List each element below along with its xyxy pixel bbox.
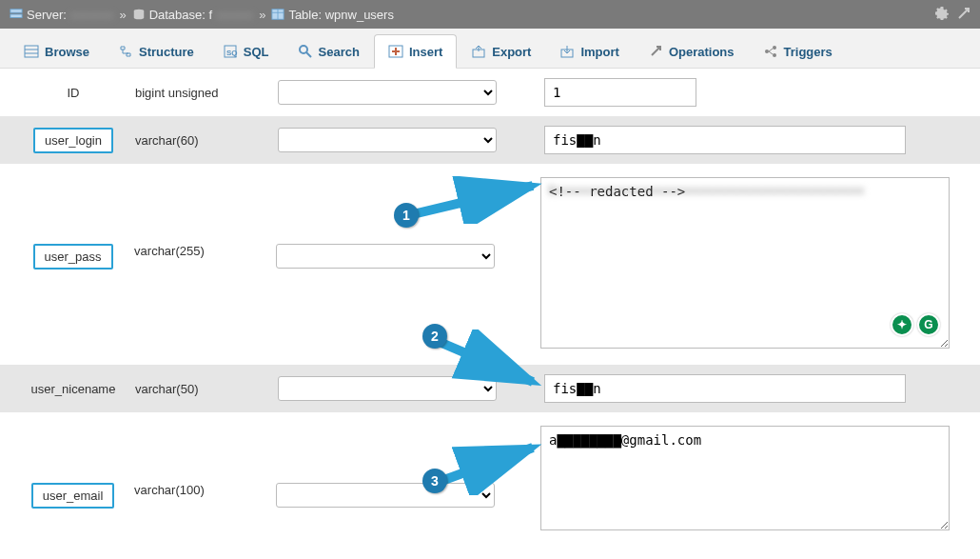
field-type-id: bigint unsigned	[135, 86, 278, 100]
breadcrumb: Server: xxxxxxx » Database: f xxxxxx » T…	[0, 0, 980, 29]
field-label-user-login: user_login	[33, 128, 113, 153]
field-type-user-login: varchar(60)	[135, 133, 278, 148]
svg-rect-0	[10, 10, 22, 13]
tab-search[interactable]: Search	[284, 34, 374, 68]
gear-icon[interactable]	[934, 6, 950, 21]
tab-export-label: Export	[492, 45, 531, 59]
field-type-user-nicename: varchar(50)	[135, 382, 278, 396]
breadcrumb-separator: »	[259, 8, 265, 22]
row-id: ID bigint unsigned	[0, 69, 980, 116]
redacted-hash: $xxxxxxxxxxxxxxxxxxxxxxxxxxxxxxxxxxxxxxx…	[548, 183, 935, 197]
field-label-user-pass: user_pass	[33, 244, 113, 270]
tab-structure[interactable]: Structure	[104, 34, 208, 68]
field-type-user-email: varchar(100)	[134, 426, 276, 497]
function-select-user-email[interactable]	[276, 483, 495, 508]
tab-bar: Browse Structure SQL SQL Search Insert E…	[0, 29, 980, 69]
server-icon	[10, 8, 23, 21]
sql-icon: SQL	[223, 44, 238, 59]
value-textarea-user-pass[interactable]: <!-- redacted -->	[540, 177, 950, 349]
function-select-user-login[interactable]	[278, 128, 497, 152]
row-user-email: user_email varchar(100)	[0, 412, 980, 547]
grammarly-widget: ✦ G	[891, 313, 940, 336]
tab-insert-label: Insert	[409, 45, 442, 59]
svg-point-18	[765, 50, 769, 53]
value-input-id[interactable]	[544, 78, 696, 107]
tab-browse-label: Browse	[45, 45, 89, 59]
field-type-user-pass: varchar(255)	[134, 177, 276, 258]
field-label-id: ID	[68, 86, 80, 100]
svg-point-11	[300, 46, 307, 53]
insert-form: ID bigint unsigned user_login varchar(60…	[0, 69, 980, 547]
svg-point-20	[773, 53, 776, 57]
svg-line-12	[306, 52, 311, 57]
search-icon	[298, 44, 313, 59]
field-label-user-nicename: user_nicename	[31, 382, 116, 396]
browse-icon	[24, 44, 39, 59]
import-icon	[559, 44, 575, 59]
grammarly-icon[interactable]: G	[917, 313, 940, 336]
export-icon	[471, 44, 486, 59]
row-user-nicename: user_nicename varchar(50)	[0, 365, 980, 412]
breadcrumb-server-label: Server:	[27, 8, 67, 22]
tab-browse[interactable]: Browse	[10, 34, 104, 68]
breadcrumb-server-value: xxxxxxx	[70, 8, 114, 22]
function-select-user-pass[interactable]	[276, 244, 495, 269]
function-select-id[interactable]	[278, 80, 497, 105]
breadcrumb-separator: »	[119, 8, 126, 22]
table-icon	[271, 8, 284, 21]
tab-operations-label: Operations	[669, 45, 735, 59]
row-user-login: user_login varchar(60)	[0, 116, 980, 164]
database-icon	[132, 8, 146, 21]
tab-export[interactable]: Export	[457, 34, 545, 68]
tab-structure-label: Structure	[139, 45, 194, 59]
exit-icon[interactable]	[957, 7, 970, 20]
tab-operations[interactable]: Operations	[634, 34, 749, 68]
value-textarea-user-email[interactable]	[540, 426, 950, 530]
svg-rect-1	[10, 14, 22, 18]
triggers-icon	[763, 44, 778, 59]
tab-import-label: Import	[580, 45, 618, 59]
tab-triggers-label: Triggers	[784, 45, 833, 59]
tab-sql-label: SQL	[244, 45, 269, 59]
grammarly-icon[interactable]: ✦	[891, 313, 913, 336]
tab-insert[interactable]: Insert	[374, 34, 457, 69]
operations-icon	[648, 44, 663, 59]
tab-sql[interactable]: SQL SQL	[208, 34, 284, 68]
insert-icon	[388, 44, 403, 59]
value-input-user-login[interactable]	[544, 126, 906, 154]
svg-rect-6	[25, 46, 38, 57]
breadcrumb-database-label[interactable]: Database: f	[149, 8, 213, 22]
structure-icon	[118, 44, 133, 59]
svg-point-19	[773, 46, 776, 50]
row-user-pass: user_pass varchar(255) <!-- redacted -->…	[0, 164, 980, 365]
tab-import[interactable]: Import	[545, 34, 633, 68]
field-label-user-email: user_email	[31, 483, 115, 509]
svg-text:SQL: SQL	[226, 49, 238, 57]
tab-triggers[interactable]: Triggers	[749, 34, 847, 68]
value-input-user-nicename[interactable]	[544, 374, 906, 403]
breadcrumb-database-value: xxxxxx	[216, 8, 253, 22]
tab-search-label: Search	[319, 45, 360, 59]
breadcrumb-table-label[interactable]: Table: wpnw_users	[288, 8, 394, 22]
function-select-user-nicename[interactable]	[278, 376, 497, 401]
